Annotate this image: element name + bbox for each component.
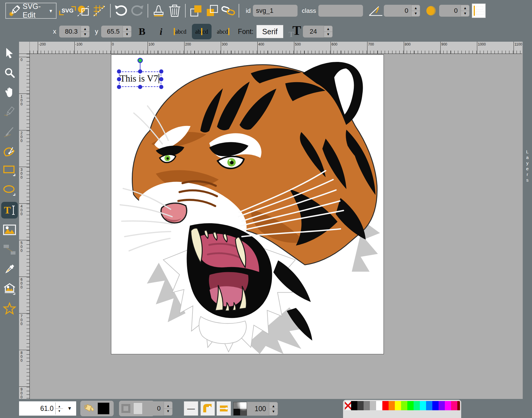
palette-swatch-ff7f00[interactable] — [389, 401, 395, 410]
grid-snap-button[interactable] — [92, 3, 108, 19]
svg-source-button[interactable]: SVG — [60, 3, 76, 19]
zoom-dropdown-arrow[interactable]: ▼ — [63, 406, 76, 411]
shape-library-button[interactable] — [1, 280, 18, 297]
line-tool-button[interactable] — [1, 123, 18, 140]
class-input[interactable] — [318, 5, 363, 17]
image-tool-button[interactable] — [1, 222, 18, 238]
rotate-handle[interactable] — [137, 58, 143, 63]
font-family-button[interactable]: Serif — [256, 25, 283, 38]
handle-e[interactable] — [159, 77, 163, 81]
angle-stepper[interactable]: ▲▼ — [411, 5, 420, 17]
palette-swatch-ffffff[interactable] — [376, 401, 382, 410]
fill-color-swatch[interactable] — [98, 403, 109, 414]
v-ruler-label: 3 0 0 — [21, 168, 23, 180]
linejoin-button[interactable] — [201, 401, 215, 416]
clone-stamp-button[interactable] — [151, 3, 167, 19]
layers-panel-collapsed[interactable]: L a y e r s — [523, 42, 532, 399]
redo-button[interactable] — [129, 3, 145, 19]
palette-swatch-ffff00[interactable] — [395, 401, 401, 410]
v-ruler-label: 1 0 0 — [21, 95, 23, 106]
stroke-width-input[interactable] — [142, 401, 164, 416]
palette-swatch-3f3f3f[interactable] — [357, 401, 364, 410]
app-title: SVG-Edit — [23, 2, 46, 19]
handle-se[interactable] — [159, 85, 163, 89]
font-size-input[interactable] — [303, 26, 324, 38]
palette-swatch-000000[interactable] — [351, 401, 357, 410]
eyedropper-tool-button[interactable] — [1, 261, 18, 277]
id-input[interactable] — [253, 5, 298, 17]
tiger-artwork[interactable] — [111, 55, 384, 354]
zoom-control[interactable]: 61.0 ▲▼ ▼ — [19, 401, 76, 416]
bold-button[interactable]: B — [139, 26, 145, 37]
logo-pencil-icon — [9, 5, 20, 16]
path-tool-button[interactable] — [1, 143, 18, 160]
opacity-control[interactable]: 100 ▲▼ — [247, 402, 278, 416]
stroke-width-stepper[interactable]: ▲▼ — [164, 401, 173, 416]
color-palette[interactable] — [343, 400, 461, 418]
rectangle-tool-button[interactable] — [1, 163, 18, 179]
zoom-tool-button[interactable] — [1, 64, 18, 81]
text-anchor-middle-button[interactable]: ab cd — [192, 24, 212, 39]
italic-button[interactable]: i — [160, 26, 162, 37]
select-tool-button[interactable] — [1, 45, 18, 61]
handle-ne[interactable] — [159, 69, 163, 74]
move-to-bottom-button[interactable] — [204, 3, 220, 19]
blur-input[interactable] — [439, 5, 461, 17]
text-anchor-start-button[interactable]: abcd — [170, 24, 190, 39]
palette-swatch-ff007f[interactable] — [451, 401, 457, 410]
palette-swatch-00ff00[interactable] — [407, 401, 414, 410]
handle-sw[interactable] — [117, 85, 121, 89]
font-size-stepper[interactable]: ▲▼ — [324, 26, 333, 38]
fill-color-control[interactable] — [80, 401, 114, 416]
handle-s[interactable] — [138, 85, 142, 89]
angle-input[interactable] — [384, 5, 411, 17]
palette-swatch-7f0000[interactable] — [457, 401, 460, 410]
zoom-value[interactable]: 61.0 — [19, 405, 55, 413]
blur-stepper[interactable]: ▲▼ — [461, 5, 470, 17]
handle-n[interactable] — [138, 69, 142, 74]
palette-swatch-bfbfbf[interactable] — [370, 401, 376, 410]
ellipse-tool-button[interactable] — [1, 182, 18, 199]
text-tool-button[interactable]: T — [1, 202, 18, 219]
y-input[interactable] — [101, 26, 123, 38]
selection-overlay[interactable]: This is V7 — [119, 71, 161, 87]
star-tool-button[interactable] — [1, 300, 18, 317]
opacity-gradient-swatch[interactable] — [233, 402, 247, 416]
panel-toggle-button[interactable] — [472, 4, 486, 18]
palette-swatch-0000ff[interactable] — [432, 401, 439, 410]
zoom-stepper[interactable]: ▲▼ — [55, 403, 63, 414]
canvas-text-element[interactable]: This is V7 — [120, 73, 159, 84]
font-size-icon: TT — [289, 25, 301, 38]
palette-swatch-ff0000[interactable] — [382, 401, 389, 410]
palette-swatch-none[interactable] — [345, 401, 351, 410]
link-button[interactable] — [220, 3, 236, 19]
pan-tool-button[interactable] — [1, 84, 18, 101]
x-input[interactable] — [59, 26, 81, 38]
undo-button[interactable] — [113, 3, 129, 19]
y-stepper[interactable]: ▲▼ — [123, 26, 132, 38]
x-stepper[interactable]: ▲▼ — [81, 26, 90, 38]
palette-swatch-7fff00[interactable] — [401, 401, 407, 410]
main-menu-button[interactable]: SVG-Edit ▼ — [5, 3, 57, 19]
delete-trash-button[interactable] — [167, 3, 183, 19]
palette-swatch-00ffff[interactable] — [420, 401, 426, 410]
opacity-stepper[interactable]: ▲▼ — [269, 402, 278, 416]
palette-swatch-7f00ff[interactable] — [439, 401, 445, 410]
move-to-top-button[interactable] — [188, 3, 204, 19]
linecap-button[interactable] — [217, 401, 231, 416]
palette-swatch-007fff[interactable] — [426, 401, 432, 410]
handle-w[interactable] — [117, 77, 121, 81]
export-image-button[interactable] — [76, 3, 92, 19]
text-anchor-end-button[interactable]: abcd — [213, 24, 233, 39]
pencil-tool-button[interactable] — [1, 104, 18, 120]
v-ruler-tick — [19, 240, 30, 240]
palette-swatch-00ff7f[interactable] — [414, 401, 420, 410]
h-ruler-tick — [111, 42, 111, 54]
stroke-dash-button[interactable]: — — [184, 401, 198, 416]
svg-canvas[interactable]: This is V7 — [111, 54, 384, 354]
opacity-value[interactable]: 100 — [247, 402, 269, 416]
handle-nw[interactable] — [117, 69, 121, 74]
palette-swatch-7f7f7f[interactable] — [364, 401, 370, 410]
connector-tool-button[interactable] — [1, 241, 18, 258]
palette-swatch-ff00ff[interactable] — [445, 401, 451, 410]
